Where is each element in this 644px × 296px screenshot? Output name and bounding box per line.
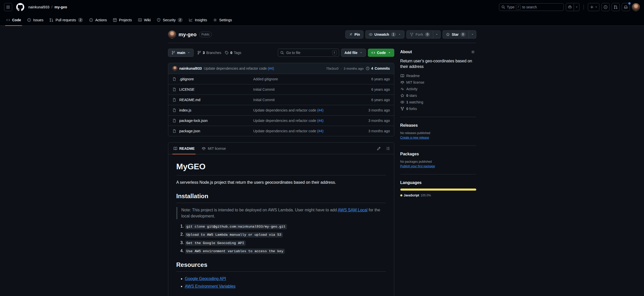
table-row: LICENSE Initial Commit 6 years ago xyxy=(168,84,394,95)
play-icon xyxy=(89,18,93,22)
license-meta-link[interactable]: MIT license xyxy=(400,80,476,84)
unwatch-label: Unwatch xyxy=(375,32,389,36)
file-pr-link[interactable]: (#4) xyxy=(317,119,323,123)
file-commit-link[interactable]: Update dependencies and refactor code xyxy=(253,119,317,123)
stars-meta-link[interactable]: 0 stars xyxy=(400,94,476,98)
file-commit-link[interactable]: Added gitignore xyxy=(253,77,278,81)
readme-tab-label: README xyxy=(179,146,195,151)
language-dot xyxy=(400,194,402,196)
tab-actions[interactable]: Actions xyxy=(87,14,109,26)
tab-mit-license[interactable]: MIT license xyxy=(199,143,229,154)
table-row: .gitignore Added gitignore 6 years ago xyxy=(168,74,394,84)
issues-header-button[interactable] xyxy=(601,3,610,11)
branch-select-button[interactable]: main xyxy=(168,49,194,57)
owner-avatar[interactable] xyxy=(168,30,176,39)
chevron-down-icon xyxy=(435,33,438,36)
commit-pr-link[interactable]: (#4) xyxy=(268,66,274,70)
copilot-dropdown-button[interactable] xyxy=(574,3,579,11)
pulse-icon xyxy=(400,87,404,91)
fork-button[interactable]: Fork 0 xyxy=(406,30,433,39)
tab-settings[interactable]: Settings xyxy=(211,14,234,26)
edit-about-button[interactable] xyxy=(470,49,476,55)
tab-code[interactable]: Code xyxy=(4,14,23,26)
go-to-file-input[interactable]: Go to file t xyxy=(278,49,339,57)
aws-sam-local-link[interactable]: AWS SAM Local xyxy=(338,208,368,212)
file-link[interactable]: package-lock.json xyxy=(179,119,208,123)
file-commit-link[interactable]: Initial Commit xyxy=(253,98,275,102)
aws-environment-variables-link[interactable]: AWS Environment Variables xyxy=(185,284,236,288)
pin-button[interactable]: Pin xyxy=(345,30,363,39)
languages-title: Languages xyxy=(400,180,422,185)
shield-icon xyxy=(157,18,161,22)
branches-link[interactable]: 3 Branches xyxy=(197,51,221,55)
file-link[interactable]: index.js xyxy=(179,108,191,112)
unwatch-button[interactable]: Unwatch 1 xyxy=(365,30,404,39)
repo-nav: Code Issues Pull requests 2 Actions Proj… xyxy=(0,14,644,26)
star-dropdown-button[interactable] xyxy=(469,30,476,39)
app-header: nainkunal933 / my-geo Type / to search xyxy=(0,0,644,14)
file-link[interactable]: README.md xyxy=(179,98,200,102)
file-pr-link[interactable]: (#4) xyxy=(317,129,323,133)
file-commit-link[interactable]: Update dependencies and refactor code xyxy=(253,129,317,133)
add-file-button[interactable]: Add file xyxy=(341,49,366,57)
fork-dropdown-button[interactable] xyxy=(433,30,441,39)
file-link[interactable]: package.json xyxy=(179,129,200,133)
releases-title: Releases xyxy=(400,123,418,128)
outline-button[interactable] xyxy=(384,144,392,153)
breadcrumb-repo[interactable]: my-geo xyxy=(54,5,67,9)
commit-message-link[interactable]: Update dependencies and refactor code xyxy=(204,66,268,70)
activity-meta-link[interactable]: Activity xyxy=(400,87,476,91)
repo-description: Return user's geo-coordinates based on t… xyxy=(400,58,476,70)
tab-projects[interactable]: Projects xyxy=(111,14,134,26)
tab-label: Issues xyxy=(33,18,43,22)
tab-wiki[interactable]: Wiki xyxy=(136,14,153,26)
tab-security[interactable]: Security 2 xyxy=(155,14,185,26)
commit-author[interactable]: nainkunal933 xyxy=(179,66,202,70)
tab-issues[interactable]: Issues xyxy=(25,14,45,26)
readme-meta-link[interactable]: Readme xyxy=(400,74,476,78)
file-commit-link[interactable]: Update dependencies and refactor code xyxy=(253,108,317,112)
breadcrumb-owner[interactable]: nainkunal933 xyxy=(28,5,49,9)
tab-label: Code xyxy=(12,18,21,22)
tab-counter: 2 xyxy=(178,18,183,22)
search-input[interactable]: Type / to search xyxy=(499,3,564,11)
copilot-button[interactable] xyxy=(566,3,574,11)
forks-meta-link[interactable]: 0 forks xyxy=(400,107,476,111)
language-item[interactable]: JavaScript 100.0% xyxy=(400,194,476,197)
file-pr-link[interactable]: (#4) xyxy=(317,108,323,112)
tab-readme[interactable]: README xyxy=(170,143,198,154)
create-release-link[interactable]: Create a new release xyxy=(400,136,429,139)
commit-history-link[interactable]: 4 Commits xyxy=(366,66,390,70)
inbox-icon xyxy=(624,5,628,9)
global-nav-menu-button[interactable] xyxy=(4,3,12,11)
releases-section: Releases No releases published Create a … xyxy=(400,123,476,146)
file-commit-link[interactable]: Initial Commit xyxy=(253,87,275,91)
table-row: package.json Update dependencies and ref… xyxy=(168,126,394,136)
tab-insights[interactable]: Insights xyxy=(187,14,209,26)
tab-pull-requests[interactable]: Pull requests 2 xyxy=(47,14,85,26)
toolbar-right: Go to file t Add file Code xyxy=(278,49,394,57)
language-bar xyxy=(400,189,476,191)
file-icon xyxy=(172,108,176,112)
commit-sha[interactable]: 75e3cc0 xyxy=(326,67,339,70)
github-logo[interactable] xyxy=(16,3,24,11)
watching-meta-link[interactable]: 1 watching xyxy=(400,100,476,104)
create-new-button[interactable] xyxy=(588,3,599,11)
install-step: git clone git@github.com:nainkunal933/my… xyxy=(185,223,386,229)
chevron-down-icon xyxy=(575,6,578,9)
code-icon xyxy=(6,18,10,22)
file-link[interactable]: .gitignore xyxy=(179,77,194,81)
publish-package-link[interactable]: Publish your first package xyxy=(400,164,435,168)
pull-requests-header-button[interactable] xyxy=(612,3,620,11)
file-link[interactable]: LICENSE xyxy=(179,87,195,91)
tags-link[interactable]: 0 Tags xyxy=(225,51,241,55)
code-button[interactable]: Code xyxy=(368,49,394,57)
repo-forked-icon xyxy=(400,107,404,111)
user-avatar[interactable] xyxy=(632,3,640,11)
file-icon xyxy=(172,87,176,91)
star-button[interactable]: Star 0 xyxy=(443,30,469,39)
google-geocoding-api-link[interactable]: Google Geocoding API xyxy=(185,276,226,281)
commit-author-avatar[interactable] xyxy=(172,66,177,71)
copilot-icon xyxy=(568,5,572,9)
edit-readme-button[interactable] xyxy=(375,144,383,153)
